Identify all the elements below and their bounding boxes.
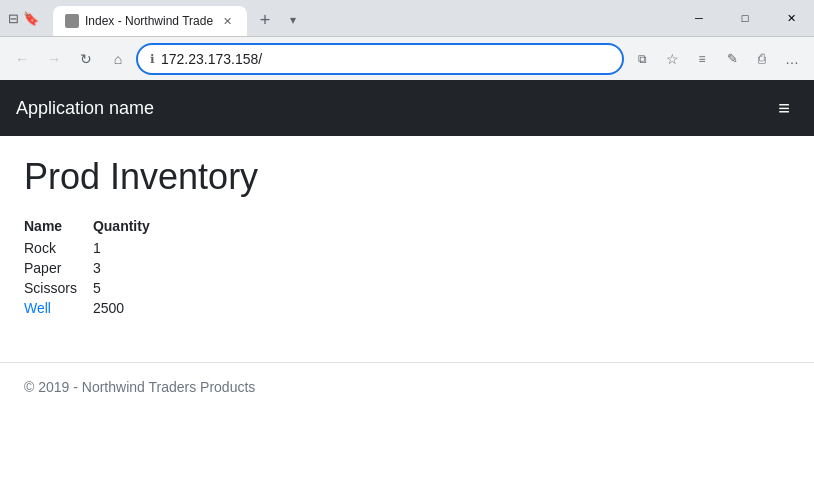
table-row: Well2500 xyxy=(24,298,166,318)
bookmark-icon: ☆ xyxy=(666,51,679,67)
browser-icon-2: 🔖 xyxy=(23,11,39,26)
collections-icon: ≡ xyxy=(698,52,705,66)
table-row: Scissors5 xyxy=(24,278,166,298)
more-button[interactable]: … xyxy=(778,45,806,73)
pen-icon: ✎ xyxy=(727,51,738,66)
address-bar[interactable]: ℹ 172.23.173.158/ xyxy=(136,43,624,75)
inventory-table: Name Quantity Rock1Paper3Scissors5Well25… xyxy=(24,214,166,318)
app-navbar: Application name ≡ xyxy=(0,80,814,136)
tabs-row: Index - Northwind Trade ✕ + ▾ xyxy=(47,0,676,36)
forward-icon: → xyxy=(47,51,61,67)
tab-close-button[interactable]: ✕ xyxy=(219,13,235,29)
window-controls: ─ □ ✕ xyxy=(676,3,814,33)
collections-button[interactable]: ≡ xyxy=(688,45,716,73)
table-cell-quantity: 2500 xyxy=(93,298,166,318)
refresh-icon: ↻ xyxy=(80,51,92,67)
back-button[interactable]: ← xyxy=(8,45,36,73)
table-cell-quantity: 1 xyxy=(93,238,166,258)
address-text: 172.23.173.158/ xyxy=(161,51,610,67)
home-button[interactable]: ⌂ xyxy=(104,45,132,73)
browser-left-icons: ⊟ 🔖 xyxy=(0,7,47,30)
table-cell-quantity: 3 xyxy=(93,258,166,278)
browser-tab-active[interactable]: Index - Northwind Trade ✕ xyxy=(53,6,247,36)
minimize-button[interactable]: ─ xyxy=(676,3,722,33)
refresh-button[interactable]: ↻ xyxy=(72,45,100,73)
main-content: Prod Inventory Name Quantity Rock1Paper3… xyxy=(0,136,814,346)
forward-button[interactable]: → xyxy=(40,45,68,73)
table-cell-name: Rock xyxy=(24,238,93,258)
table-cell-name[interactable]: Well xyxy=(24,298,93,318)
tab-title: Index - Northwind Trade xyxy=(85,14,213,28)
navbar-toggle-button[interactable]: ≡ xyxy=(770,94,798,122)
footer: © 2019 - Northwind Traders Products xyxy=(0,363,814,411)
share-icon: ⎙ xyxy=(758,51,766,66)
tab-dropdown-button[interactable]: ▾ xyxy=(279,6,307,34)
tab-favicon xyxy=(65,14,79,28)
new-tab-button[interactable]: + xyxy=(251,6,279,34)
page-title: Prod Inventory xyxy=(24,156,790,198)
split-view-button[interactable]: ⧉ xyxy=(628,45,656,73)
table-cell-name: Paper xyxy=(24,258,93,278)
table-header-row: Name Quantity xyxy=(24,214,166,238)
back-icon: ← xyxy=(15,51,29,67)
share-button[interactable]: ⎙ xyxy=(748,45,776,73)
home-icon: ⌂ xyxy=(114,51,122,67)
table-cell-name: Scissors xyxy=(24,278,93,298)
column-header-quantity: Quantity xyxy=(93,214,166,238)
table-row: Paper3 xyxy=(24,258,166,278)
more-icon: … xyxy=(785,51,799,67)
table-row: Rock1 xyxy=(24,238,166,258)
app-name: Application name xyxy=(16,98,154,119)
toolbar-right-buttons: ⧉ ☆ ≡ ✎ ⎙ … xyxy=(628,45,806,73)
bookmark-button[interactable]: ☆ xyxy=(658,45,686,73)
maximize-button[interactable]: □ xyxy=(722,3,768,33)
security-icon: ℹ xyxy=(150,52,155,66)
browser-top-chrome: ⊟ 🔖 Index - Northwind Trade ✕ + ▾ ─ □ ✕ xyxy=(0,0,814,36)
column-header-name: Name xyxy=(24,214,93,238)
browser-icon-1: ⊟ xyxy=(8,11,19,26)
close-window-button[interactable]: ✕ xyxy=(768,3,814,33)
split-view-icon: ⧉ xyxy=(638,52,647,66)
table-cell-quantity: 5 xyxy=(93,278,166,298)
pen-button[interactable]: ✎ xyxy=(718,45,746,73)
browser-toolbar: ← → ↻ ⌂ ℹ 172.23.173.158/ ⧉ ☆ ≡ ✎ xyxy=(0,36,814,80)
footer-text: © 2019 - Northwind Traders Products xyxy=(24,379,255,395)
browser-window: ⊟ 🔖 Index - Northwind Trade ✕ + ▾ ─ □ ✕ … xyxy=(0,0,814,411)
